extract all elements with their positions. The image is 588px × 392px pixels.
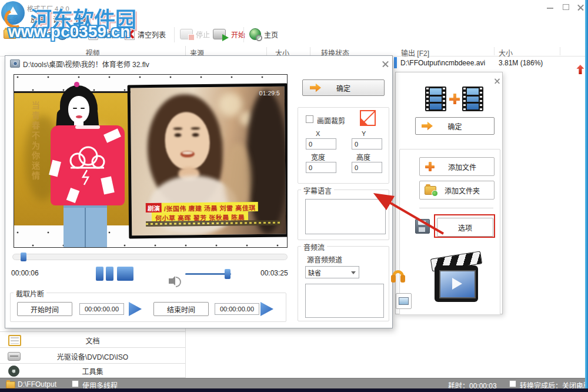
crop-y-label: Y <box>362 130 366 137</box>
snapshot-button[interactable] <box>396 293 412 309</box>
credit-tag: 剧演 <box>146 203 162 212</box>
stop-playback-icon[interactable] <box>117 267 133 281</box>
close-icon[interactable] <box>577 4 584 11</box>
video-preview[interactable]: 当青春不为你迷情 <box>14 74 288 248</box>
sidebar-item-toolset[interactable]: 工具集 <box>0 364 185 378</box>
document-icon <box>8 335 21 346</box>
sidebar-item-label: 光驱设备\DVD\CD\ISO <box>0 351 185 361</box>
menu-item-help[interactable]: 帮助 <box>75 14 89 24</box>
crop-height-label: 高度 <box>356 152 370 162</box>
crop-height-input[interactable]: 0 <box>352 162 382 173</box>
panel-separator <box>419 208 493 208</box>
crop-x-input[interactable]: 0 <box>306 138 336 150</box>
row-output-path[interactable]: D:\FFOutput\ncmbdeee.avi <box>400 59 485 67</box>
panel-ok-button[interactable]: 确定 <box>415 117 495 135</box>
dialog-title: D:\tools\桌面\视频\我的！体育老师 32.flv <box>23 59 149 69</box>
window-right-edge <box>585 0 588 388</box>
dialog-title-icon <box>10 59 20 68</box>
sidebar-item-label: 工具集 <box>0 366 185 376</box>
dialog-close-icon[interactable] <box>382 60 389 68</box>
column-separator <box>310 47 310 55</box>
subtitle-listbox[interactable] <box>305 199 386 234</box>
seek-bar[interactable] <box>12 254 288 260</box>
stop-label: 停止 <box>196 29 210 39</box>
panel-close-icon[interactable] <box>494 78 500 84</box>
audio-channel-select[interactable]: 缺省 <box>305 266 359 278</box>
end-time-button[interactable]: 结束时间 <box>153 302 209 316</box>
snapshot-icon <box>399 297 409 305</box>
column-output[interactable]: 输出 [F2] <box>401 48 429 58</box>
home-label: 主页 <box>264 29 278 39</box>
options-button[interactable]: 选项 <box>56 25 85 44</box>
folder-icon <box>4 29 16 39</box>
video-art-girl <box>48 81 128 248</box>
video-vertical-caption: 当青春不为你迷情 <box>29 101 41 204</box>
menu-item-skin[interactable]: 皮肤 <box>31 14 45 24</box>
end-time-value[interactable]: 00:00:00.00 <box>215 303 259 315</box>
film-reel-icon <box>8 366 19 377</box>
crop-y-input[interactable]: 0 <box>352 138 382 150</box>
remove-button[interactable]: 移除 <box>88 25 115 44</box>
media-player-clapper-icon <box>432 253 480 304</box>
add-folder-button[interactable]: 添加文件夹 <box>419 181 495 200</box>
dialog-ok-button[interactable]: 确定 <box>302 79 385 96</box>
video-art-girl-jeans <box>64 205 107 248</box>
shutdown-checkbox[interactable] <box>509 380 516 387</box>
preview-dialog: D:\tools\桌面\视频\我的！体育老师 32.flv 当青春不为你迷情 <box>5 55 393 328</box>
sidebar-item-documents[interactable]: 文档 <box>0 331 185 348</box>
crop-x-label: X <box>316 130 320 137</box>
volume-handle[interactable] <box>225 269 230 279</box>
total-time: 00:03:25 <box>260 269 288 277</box>
menu-item-task[interactable]: 任务 <box>5 14 19 24</box>
video-art-background-figure <box>246 90 288 235</box>
sidebar-item-optical[interactable]: 光驱设备\DVD\CD\ISO <box>0 348 185 364</box>
menu-item-language[interactable]: 语言 <box>53 14 67 24</box>
current-time: 00:00:06 <box>11 269 39 277</box>
status-output-dir[interactable]: D:\FFOutput <box>18 380 56 388</box>
column-size2[interactable]: 大小 <box>499 48 513 58</box>
maximize-icon[interactable] <box>563 4 569 10</box>
pause-icon[interactable] <box>96 267 103 281</box>
status-bar: D:\FFOutput 使用多线程 耗时：00:00:03 转换完成后：关闭电脑 <box>0 378 588 388</box>
seek-handle[interactable] <box>21 253 26 261</box>
start-button[interactable]: 开始 <box>213 25 245 44</box>
toolbar-separator <box>243 27 244 42</box>
sidebar-item-label: 文档 <box>0 335 185 346</box>
window-title: 格式工厂 4.2.0 <box>27 4 69 13</box>
audio-channel-value: 缺省 <box>308 268 321 277</box>
crop-checkbox[interactable] <box>306 115 313 123</box>
start-icon <box>213 29 226 39</box>
add-folder-icon <box>425 186 436 195</box>
priority-up-icon[interactable] <box>576 65 584 74</box>
minimize-icon[interactable] <box>547 8 553 9</box>
crop-width-input[interactable]: 0 <box>306 162 336 173</box>
merge-panel: 确定 添加文件 添加文件夹 选项 <box>395 72 503 314</box>
clear-list-button[interactable]: 清空列表 <box>125 25 166 44</box>
plus-icon <box>449 94 460 104</box>
crop-width-label: 宽度 <box>311 152 325 162</box>
headphones-icon[interactable] <box>392 270 404 278</box>
home-button[interactable]: 主页 <box>249 25 278 44</box>
row-size[interactable]: 3.81M (186%) <box>499 59 543 67</box>
column-separator <box>266 47 267 55</box>
stop-button[interactable]: 停止 <box>180 25 210 44</box>
output-folder-button[interactable]: 输出文件夹 <box>4 25 55 44</box>
multithread-checkbox[interactable] <box>72 380 79 387</box>
filmstrip-icon <box>462 87 483 111</box>
toolbar-separator <box>174 27 175 42</box>
add-file-button[interactable]: 添加文件 <box>419 157 495 176</box>
volume-icon[interactable] <box>169 278 173 284</box>
panel-ok-label: 确定 <box>447 121 462 131</box>
add-file-plus-icon <box>425 162 435 171</box>
video-art-girl-sweater <box>51 125 125 205</box>
subtitle-group-label: 字幕语言 <box>301 185 334 195</box>
pause-icon[interactable] <box>106 267 113 281</box>
dialog-ok-label: 确定 <box>336 83 350 93</box>
start-time-value[interactable]: 00:00:00.00 <box>79 303 124 315</box>
start-time-button[interactable]: 开始时间 <box>17 302 72 316</box>
remove-icon <box>88 28 98 40</box>
video-credit-line2: 何小草 高晖 翟芳 张秋晨 陈晨 <box>152 211 248 221</box>
resize-grip[interactable] <box>580 384 582 386</box>
audio-stream-listbox[interactable] <box>305 284 384 318</box>
clear-list-label: 清空列表 <box>138 29 166 39</box>
